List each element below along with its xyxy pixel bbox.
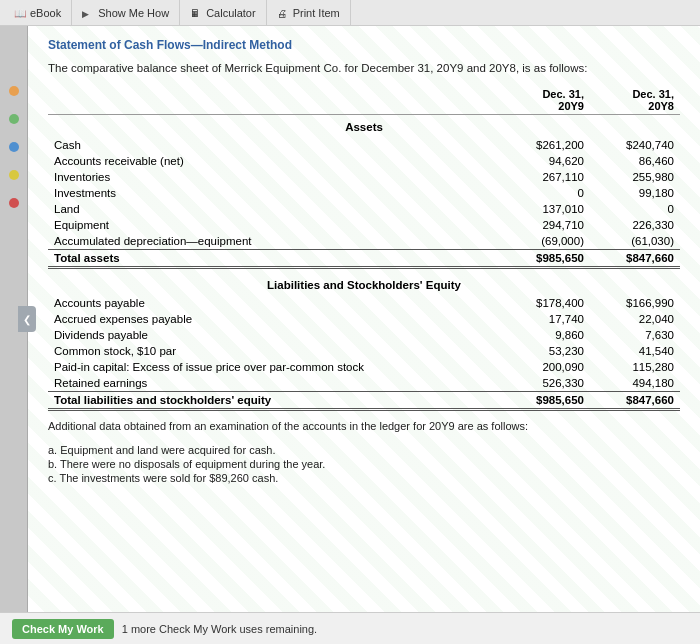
additional-item: c. The investments were sold for $89,260… [48, 472, 680, 484]
table-row: Total liabilities and stockholders' equi… [48, 392, 680, 410]
col-y8-header: Dec. 31, 20Y8 [590, 86, 680, 115]
row-value-y9: 94,620 [500, 153, 590, 169]
row-value-y9: 0 [500, 185, 590, 201]
row-label: Dividends payable [48, 327, 500, 343]
nav-show-me-how[interactable]: Show Me How [72, 0, 180, 25]
row-value-y8: $240,740 [590, 137, 680, 153]
table-row: Land 137,010 0 [48, 201, 680, 217]
row-value-y9: $261,200 [500, 137, 590, 153]
sidebar-dot-3 [9, 142, 19, 152]
nav-print[interactable]: Print Item [267, 0, 351, 25]
bottom-bar: Check My Work 1 more Check My Work uses … [0, 612, 700, 644]
table-row: Total assets $985,650 $847,660 [48, 250, 680, 268]
col-y9-header: Dec. 31, 20Y9 [500, 86, 590, 115]
table-row: Retained earnings 526,330 494,180 [48, 375, 680, 392]
ebook-label: eBook [30, 7, 61, 19]
collapse-button[interactable]: ❮ [18, 306, 36, 332]
row-label: Common stock, $10 par [48, 343, 500, 359]
row-value-y8: (61,030) [590, 233, 680, 250]
row-value-y8: 86,460 [590, 153, 680, 169]
calculator-icon [190, 7, 202, 19]
row-label: Accumulated depreciation—equipment [48, 233, 500, 250]
table-row: Equipment 294,710 226,330 [48, 217, 680, 233]
content-inner: Statement of Cash Flows—Indirect Method … [48, 38, 680, 484]
row-value-y8: 41,540 [590, 343, 680, 359]
table-header-row: Dec. 31, 20Y9 Dec. 31, 20Y8 [48, 86, 680, 115]
row-value-y8: $166,990 [590, 295, 680, 311]
check-my-work-button[interactable]: Check My Work [12, 619, 114, 639]
row-value-y8: $847,660 [590, 392, 680, 410]
table-row: Accounts payable $178,400 $166,990 [48, 295, 680, 311]
row-value-y9: $178,400 [500, 295, 590, 311]
row-value-y8: 0 [590, 201, 680, 217]
show-me-how-label: Show Me How [98, 7, 169, 19]
row-value-y8: 115,280 [590, 359, 680, 375]
book-icon [14, 7, 26, 19]
row-label: Equipment [48, 217, 500, 233]
row-label: Investments [48, 185, 500, 201]
row-value-y9: 137,010 [500, 201, 590, 217]
row-value-y9: $985,650 [500, 392, 590, 410]
row-label: Cash [48, 137, 500, 153]
sidebar-dot-5 [9, 198, 19, 208]
row-value-y8: 22,040 [590, 311, 680, 327]
assets-section-header: Assets [48, 115, 680, 138]
row-value-y8: 494,180 [590, 375, 680, 392]
print-icon [277, 7, 289, 19]
nav-calculator[interactable]: Calculator [180, 0, 267, 25]
row-value-y9: 294,710 [500, 217, 590, 233]
row-label: Accounts payable [48, 295, 500, 311]
print-label: Print Item [293, 7, 340, 19]
show-icon [82, 7, 94, 19]
row-value-y8: 99,180 [590, 185, 680, 201]
table-row: Accumulated depreciation—equipment (69,0… [48, 233, 680, 250]
row-label: Total liabilities and stockholders' equi… [48, 392, 500, 410]
page-title: Statement of Cash Flows—Indirect Method [48, 38, 680, 52]
assets-label: Assets [48, 115, 680, 138]
row-label: Accounts receivable (net) [48, 153, 500, 169]
top-navigation: eBook Show Me How Calculator Print Item [0, 0, 700, 26]
sidebar-dot-2 [9, 114, 19, 124]
row-value-y9: 17,740 [500, 311, 590, 327]
row-label: Inventories [48, 169, 500, 185]
calculator-label: Calculator [206, 7, 256, 19]
row-label: Total assets [48, 250, 500, 268]
row-value-y9: $985,650 [500, 250, 590, 268]
additional-items: a. Equipment and land were acquired for … [48, 444, 680, 484]
table-row: Investments 0 99,180 [48, 185, 680, 201]
additional-item: b. There were no disposals of equipment … [48, 458, 680, 470]
row-label: Accrued expenses payable [48, 311, 500, 327]
row-value-y9: 526,330 [500, 375, 590, 392]
additional-item: a. Equipment and land were acquired for … [48, 444, 680, 456]
liabilities-label: Liabilities and Stockholders' Equity [48, 268, 680, 296]
balance-sheet-table: Dec. 31, 20Y9 Dec. 31, 20Y8 Assets Cash … [48, 86, 680, 411]
row-label: Retained earnings [48, 375, 500, 392]
sidebar-dot-1 [9, 86, 19, 96]
remaining-text: 1 more Check My Work uses remaining. [122, 623, 317, 635]
table-row: Accounts receivable (net) 94,620 86,460 [48, 153, 680, 169]
row-value-y8: 255,980 [590, 169, 680, 185]
row-value-y8: $847,660 [590, 250, 680, 268]
row-value-y8: 226,330 [590, 217, 680, 233]
nav-ebook[interactable]: eBook [4, 0, 72, 25]
row-label: Paid-in capital: Excess of issue price o… [48, 359, 500, 375]
main-area: ❮ Statement of Cash Flows—Indirect Metho… [0, 26, 700, 612]
table-row: Paid-in capital: Excess of issue price o… [48, 359, 680, 375]
additional-data-title: Additional data obtained from an examina… [48, 419, 680, 434]
liabilities-section-header: Liabilities and Stockholders' Equity [48, 268, 680, 296]
table-row: Inventories 267,110 255,980 [48, 169, 680, 185]
table-row: Dividends payable 9,860 7,630 [48, 327, 680, 343]
sidebar-dot-4 [9, 170, 19, 180]
row-value-y9: 200,090 [500, 359, 590, 375]
row-value-y9: 267,110 [500, 169, 590, 185]
row-value-y9: (69,000) [500, 233, 590, 250]
row-value-y9: 53,230 [500, 343, 590, 359]
row-value-y9: 9,860 [500, 327, 590, 343]
intro-text: The comparative balance sheet of Merrick… [48, 60, 680, 76]
row-value-y8: 7,630 [590, 327, 680, 343]
table-row: Cash $261,200 $240,740 [48, 137, 680, 153]
table-row: Accrued expenses payable 17,740 22,040 [48, 311, 680, 327]
content-area: Statement of Cash Flows—Indirect Method … [28, 26, 700, 612]
col-label-header [48, 86, 500, 115]
row-label: Land [48, 201, 500, 217]
